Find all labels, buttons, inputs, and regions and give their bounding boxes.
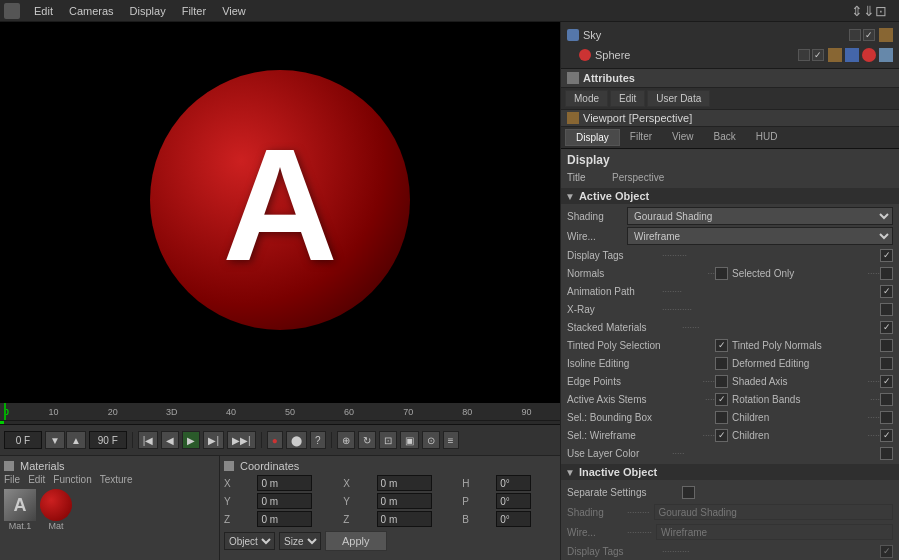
mat-icon-sphere [40,489,72,521]
shaded-axis-check[interactable]: ✓ [880,375,893,388]
tinted-poly-check[interactable]: ✓ [715,339,728,352]
btn-next-frame[interactable]: ▶| [203,431,224,449]
animation-path-check[interactable]: ✓ [880,285,893,298]
btn-rotate[interactable]: ↻ [358,431,376,449]
btn-autokey[interactable]: ⬤ [286,431,307,449]
mat-slot-2[interactable]: Mat [40,489,72,531]
y2-field[interactable] [377,493,432,509]
separate-settings-check[interactable] [682,486,695,499]
timeline-track[interactable] [0,421,560,425]
sphere-check2[interactable]: ✓ [812,49,824,61]
btn-prev-frame[interactable]: ◀ [161,431,179,449]
ruler-60: 60 [320,407,379,417]
isoline-check[interactable] [715,357,728,370]
z-pos-field[interactable] [257,511,312,527]
rotation-bands-check[interactable] [880,393,893,406]
viewport-letter: A [222,125,338,285]
active-axis-check[interactable]: ✓ [715,393,728,406]
object-row-sphere[interactable]: Sphere ✓ [567,45,893,65]
object-row-sky[interactable]: Sky ✓ [567,25,893,45]
shading-select[interactable]: Gouraud Shading [627,207,893,225]
menu-edit[interactable]: Edit [26,5,61,17]
stacked-check[interactable]: ✓ [880,321,893,334]
vp-tab-filter[interactable]: Filter [620,129,662,146]
menu-filter[interactable]: Filter [174,5,214,17]
normals-check[interactable] [715,267,728,280]
use-layer-color-check[interactable] [880,447,893,460]
btn-render[interactable]: ▣ [400,431,419,449]
tab-mode[interactable]: Mode [565,90,608,107]
tinted-normals-check[interactable] [880,339,893,352]
wire-select[interactable]: Wireframe [627,227,893,245]
children-wire-check[interactable]: ✓ [880,429,893,442]
btn-goto-start[interactable]: |◀ [138,431,159,449]
x-pos-field[interactable] [257,475,312,491]
btn-settings[interactable]: ≡ [443,431,459,449]
mat-label-1: Mat.1 [9,521,32,531]
display-tags-check[interactable]: ✓ [880,249,893,262]
current-time-field[interactable]: 0 F [4,431,42,449]
edge-points-check[interactable] [715,375,728,388]
mat-menu-file[interactable]: File [4,474,20,485]
p-field[interactable] [496,493,531,509]
attributes-header: Attributes [561,69,899,88]
btn-play[interactable]: ▶ [182,431,200,449]
sky-label: Sky [583,29,601,41]
y-pos-field[interactable] [257,493,312,509]
inactive-display-tags-check[interactable]: ✓ [880,545,893,558]
menu-bar: Edit Cameras Display Filter View ⇕⇓⊡ [0,0,899,22]
object-mode-select[interactable]: Object [224,532,275,550]
vp-tab-back[interactable]: Back [704,129,746,146]
vp-tab-display[interactable]: Display [565,129,620,146]
shaded-axis-label: Shaded Axis [732,376,867,387]
btn-record[interactable]: ● [267,431,283,449]
end-time-field[interactable]: 90 F [89,431,127,449]
collapse-arrow-active[interactable]: ▼ [565,191,575,202]
viewport-title-bar: Viewport [Perspective] [561,110,899,127]
materials-title: Materials [20,460,65,472]
deformed-check[interactable] [880,357,893,370]
menu-display[interactable]: Display [122,5,174,17]
shading-row: Shading Gouraud Shading [561,206,899,226]
mat-menu-function[interactable]: Function [53,474,91,485]
size-mode-select[interactable]: Size [279,532,321,550]
collapse-arrow-inactive[interactable]: ▼ [565,467,575,478]
btn-camera[interactable]: ⊙ [422,431,440,449]
tab-userdata[interactable]: User Data [647,90,710,107]
sky-check2[interactable]: ✓ [863,29,875,41]
btn-goto-end[interactable]: ▶▶| [227,431,256,449]
vp-tab-hud[interactable]: HUD [746,129,788,146]
sel-wire-check[interactable]: ✓ [715,429,728,442]
z2-field[interactable] [377,511,432,527]
x2-field[interactable] [377,475,432,491]
mat-slot-1[interactable]: A Mat.1 [4,489,36,531]
btn-step-up[interactable]: ▲ [66,431,86,449]
use-layer-color-label: Use Layer Color [567,448,672,459]
sky-check1[interactable] [849,29,861,41]
selected-only-check[interactable] [880,267,893,280]
b-field[interactable] [496,511,531,527]
btn-move[interactable]: ⊕ [337,431,355,449]
sel-bbox-check[interactable] [715,411,728,424]
menu-view[interactable]: View [214,5,254,17]
vp-tab-view[interactable]: View [662,129,704,146]
materials-icon [4,461,14,471]
mat-menu-edit[interactable]: Edit [28,474,45,485]
mat-menu-texture[interactable]: Texture [100,474,133,485]
active-object-header: ▼ Active Object [561,188,899,204]
btn-keyframe[interactable]: ? [310,431,326,449]
materials-panel: Materials File Edit Function Texture A M… [0,456,220,560]
h-field[interactable] [496,475,531,491]
sphere-check1[interactable] [798,49,810,61]
ruler-50: 50 [260,407,319,417]
btn-step-down[interactable]: ▼ [45,431,65,449]
inactive-wire-field [656,524,893,540]
tab-edit[interactable]: Edit [610,90,645,107]
app-icon [4,3,20,19]
menu-cameras[interactable]: Cameras [61,5,122,17]
xray-check[interactable] [880,303,893,316]
apply-button[interactable]: Apply [325,531,387,551]
children-bb-check[interactable] [880,411,893,424]
btn-scale[interactable]: ⊡ [379,431,397,449]
inactive-wire-row: Wire... ·········· [561,522,899,542]
